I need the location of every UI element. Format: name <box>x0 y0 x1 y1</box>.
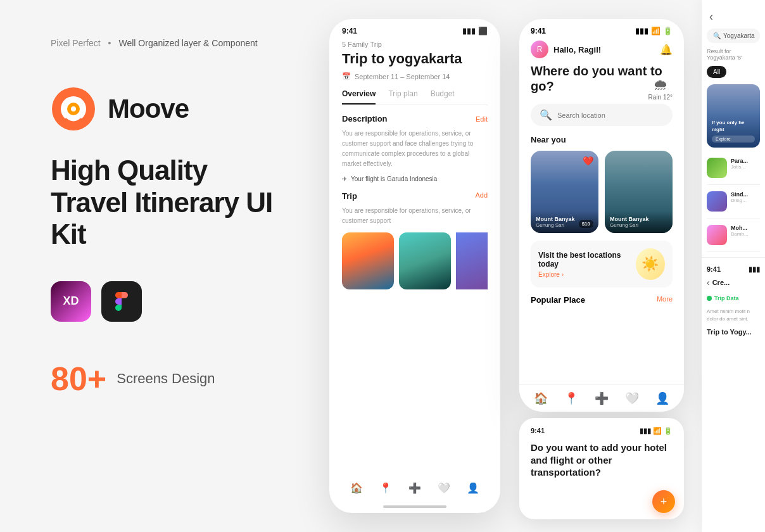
screens-label: Screens Design <box>117 370 215 387</box>
tab-trip-plan[interactable]: Trip plan <box>388 89 417 104</box>
user-avatar: R <box>531 41 548 58</box>
nav-person[interactable]: 👤 <box>467 482 479 494</box>
nav-add[interactable]: ➕ <box>408 482 421 494</box>
screens-count: 80+ Screens Design <box>51 360 279 398</box>
badge-text: Trip Data <box>714 295 739 301</box>
rp-bottom-nav: 🏠 📍 ➕ 🤍 👤 <box>519 384 684 412</box>
trip-title: Trip to yogyakarta <box>342 51 488 67</box>
tab-budget[interactable]: Budget <box>431 89 455 104</box>
trip-description: You are responsible for operations, serv… <box>342 206 488 226</box>
frp-b-status: 9:41 ▮▮▮ <box>702 258 765 277</box>
near-you-title: Near you <box>519 135 684 144</box>
frp-item-name-3: Moh... <box>731 225 749 231</box>
trip-img-1 <box>342 232 394 289</box>
trip-section-title: Trip <box>342 191 357 201</box>
brp-question: Do you want to add your hotel and flight… <box>531 441 673 479</box>
add-button[interactable]: Add <box>475 191 488 201</box>
rp-nav-location[interactable]: 📍 <box>564 391 578 405</box>
popular-header: Popular Place More <box>519 295 684 305</box>
tab-overview[interactable]: Overview <box>342 89 376 104</box>
search-input[interactable] <box>557 111 664 119</box>
frp-b-nav: ‹ Cre... <box>702 277 765 293</box>
badge-dot <box>707 296 712 301</box>
frp-b-time: 9:41 <box>707 265 721 274</box>
frp-explore-btn[interactable]: Explore <box>712 136 755 142</box>
bell-icon[interactable]: 🔔 <box>660 44 673 56</box>
heart-icon[interactable]: ❤️ <box>583 156 593 166</box>
more-link[interactable]: More <box>657 295 673 305</box>
explore-link[interactable]: Explore › <box>538 271 636 278</box>
frp-search-icon: 🔍 <box>713 32 721 39</box>
frp-b-back[interactable]: ‹ <box>707 277 710 288</box>
flight-info: ✈ Your flight is Garuda Indonesia <box>342 175 488 182</box>
vb-title: Visit the best locations today <box>538 251 636 269</box>
rp-nav-heart[interactable]: 🤍 <box>625 391 639 405</box>
rp-nav-home[interactable]: 🏠 <box>534 391 548 405</box>
weather-icon: 🌧 <box>648 76 673 94</box>
rp-greeting: R Hallo, Ragil! 🔔 <box>531 41 673 58</box>
description-text: You are responsible for operations, serv… <box>342 129 488 169</box>
near-cards: ❤️ Mount Banyak Gunung Sari $10 Mount Ba… <box>519 151 684 233</box>
bottom-nav: 🏠 📍 ➕ 🤍 👤 <box>329 476 500 500</box>
frp-b-header: Cre... <box>712 279 730 286</box>
add-fab[interactable]: + <box>652 490 675 513</box>
nav-heart[interactable]: 🤍 <box>438 482 450 494</box>
rp-nav-add[interactable]: ➕ <box>595 391 609 405</box>
frp-b-desc: Amet minim molit n dolor do amet sint. <box>702 308 765 323</box>
edit-button[interactable]: Edit <box>476 115 488 123</box>
frp-list-item-3[interactable]: Moh... Bamb... <box>702 221 765 249</box>
near-card-1[interactable]: ❤️ Mount Banyak Gunung Sari $10 <box>531 151 598 233</box>
frp-tab-all[interactable]: All <box>707 66 726 78</box>
trip-img-3 <box>456 232 488 289</box>
card-overlay-2: Mount Banyak Gunung Sari <box>605 211 673 233</box>
trip-tabs[interactable]: Overview Trip plan Budget <box>342 89 488 105</box>
headline: High Quality Travel Itinerary UI Kit <box>51 155 279 251</box>
trip-header: 5 Family Trip <box>342 41 488 48</box>
frp-night-text: If you only he night <box>712 120 755 133</box>
frp-back-icon[interactable]: ‹ <box>702 0 765 28</box>
frp-b-trip-title: Trip to Yogy... <box>702 328 765 336</box>
frp-divider-2 <box>707 218 760 218</box>
near-card-2[interactable]: Mount Banyak Gunung Sari <box>605 151 673 233</box>
trip-images <box>342 232 488 289</box>
logo-name: Moove <box>108 94 189 124</box>
brp-time: 9:41 <box>531 427 545 435</box>
frp-thumb-2 <box>707 191 727 212</box>
rp-nav-person[interactable]: 👤 <box>655 391 669 405</box>
separator: • <box>108 38 111 48</box>
frp-b-badge: Trip Data <box>702 293 765 304</box>
nav-location[interactable]: 📍 <box>379 482 392 494</box>
frp-thumb-1 <box>707 158 727 178</box>
center-phone: 9:41 ▮▮▮ ⬛ 5 Family Trip Trip to yogyaka… <box>329 19 500 513</box>
vb-text: Visit the best locations today Explore › <box>538 251 636 278</box>
trip-number: 5 Family Trip <box>342 41 382 48</box>
tool-icons: XD <box>51 281 279 322</box>
frp-thumb-3 <box>707 225 727 245</box>
search-bar[interactable]: 🔍 <box>531 104 673 126</box>
frp-night-card[interactable]: If you only he night Explore <box>707 84 760 148</box>
frp-item-name-2: Sind... <box>731 191 748 198</box>
description-title: Description <box>342 114 388 124</box>
home-indicator <box>383 505 446 508</box>
nav-home[interactable]: 🏠 <box>350 482 363 494</box>
frp-item-name-1: Para... <box>731 158 748 164</box>
tagline: Pixel Perfect • Well Organized layer & C… <box>51 38 279 48</box>
sunset-image <box>342 232 394 289</box>
trip-dates: 📅 September 11 – September 14 <box>342 72 488 80</box>
frp-item-sub-1: Jotis... <box>731 164 748 170</box>
frp-search-bar[interactable]: 🔍 Yogyakarta <box>707 28 760 43</box>
frp-list-item-2[interactable]: Sind... Dling... <box>702 187 765 215</box>
center-time: 9:41 <box>342 27 357 35</box>
frp-list-item-1[interactable]: Para... Jotis... <box>702 154 765 182</box>
frp-item-text-3: Moh... Bamb... <box>731 225 749 237</box>
frp-item-text-1: Para... Jotis... <box>731 158 748 170</box>
screen-number: 80+ <box>51 360 106 398</box>
sunny-icon: ☀️ <box>636 248 665 280</box>
card-price-1: $10 <box>579 220 593 228</box>
bottom-right-phone: 9:41 ▮▮▮ 📶 🔋 Do you want to add your hot… <box>519 418 684 519</box>
visit-best-banner: Visit the best locations today Explore ›… <box>531 241 673 288</box>
frp-search-text: Yogyakarta <box>723 32 755 39</box>
figma-icon <box>101 281 142 322</box>
moove-logo-icon <box>51 86 96 132</box>
card-name-2: Mount Banyak <box>610 216 667 222</box>
